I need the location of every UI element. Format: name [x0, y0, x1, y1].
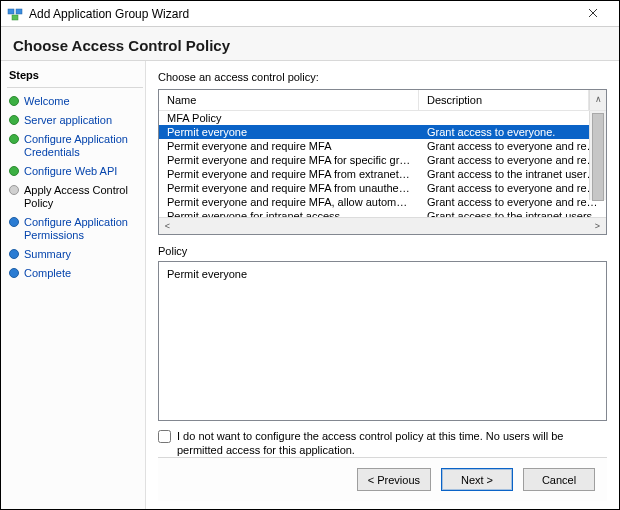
policy-row[interactable]: MFA Policy — [159, 111, 606, 125]
step-bullet-icon — [9, 249, 19, 259]
scroll-left-icon[interactable]: < — [159, 221, 176, 231]
step-label[interactable]: Complete — [24, 267, 71, 280]
policy-name: Permit everyone — [159, 126, 419, 138]
sidebar-step-3[interactable]: Configure Web API — [7, 162, 143, 181]
policy-row[interactable]: Permit everyone and require MFA from ext… — [159, 167, 606, 181]
step-bullet-icon — [9, 166, 19, 176]
window-title: Add Application Group Wizard — [29, 7, 573, 21]
policy-description: Grant access to everyone and require MFA… — [419, 196, 606, 208]
policy-description: Grant access to the intranet users. — [419, 210, 606, 217]
policy-row[interactable]: Permit everyone for intranet accessGrant… — [159, 209, 606, 217]
choose-policy-label: Choose an access control policy: — [158, 71, 607, 83]
sidebar-step-7[interactable]: Complete — [7, 264, 143, 283]
policy-row[interactable]: Permit everyone and require MFAGrant acc… — [159, 139, 606, 153]
opt-out-label[interactable]: I do not want to configure the access co… — [177, 429, 607, 457]
policy-row[interactable]: Permit everyone and require MFA for spec… — [159, 153, 606, 167]
sidebar-step-1[interactable]: Server application — [7, 111, 143, 130]
policy-name: Permit everyone and require MFA — [159, 140, 419, 152]
policy-detail-text: Permit everyone — [167, 268, 247, 280]
opt-out-checkbox[interactable] — [158, 430, 171, 443]
policy-name: Permit everyone and require MFA from ext… — [159, 168, 419, 180]
column-header-description[interactable]: Description — [419, 90, 589, 110]
step-label[interactable]: Summary — [24, 248, 71, 261]
policy-row[interactable]: Permit everyone and require MFA, allow a… — [159, 195, 606, 209]
svg-rect-1 — [16, 9, 22, 14]
previous-button[interactable]: < Previous — [357, 468, 431, 491]
page-title: Choose Access Control Policy — [1, 27, 619, 61]
next-button[interactable]: Next > — [441, 468, 513, 491]
policy-name: Permit everyone for intranet access — [159, 210, 419, 217]
step-label[interactable]: Configure Application Credentials — [24, 133, 141, 159]
sidebar-step-0[interactable]: Welcome — [7, 92, 143, 111]
policy-description: Grant access to everyone and require MFA… — [419, 182, 606, 194]
sidebar-step-5[interactable]: Configure Application Permissions — [7, 213, 143, 245]
horizontal-scrollbar[interactable]: < > — [159, 217, 606, 234]
wizard-footer: < Previous Next > Cancel — [158, 457, 607, 501]
policy-row[interactable]: Permit everyoneGrant access to everyone. — [159, 125, 606, 139]
policy-description: Grant access to the intranet users and r… — [419, 168, 606, 180]
steps-title: Steps — [7, 67, 143, 88]
policy-description: Grant access to everyone. — [419, 126, 606, 138]
policy-detail-box: Permit everyone — [158, 261, 607, 421]
step-bullet-icon — [9, 115, 19, 125]
scroll-thumb[interactable] — [592, 113, 604, 201]
title-bar: Add Application Group Wizard — [1, 1, 619, 27]
svg-rect-2 — [12, 15, 18, 20]
wizard-body: Steps WelcomeServer applicationConfigure… — [1, 61, 619, 509]
policy-section-label: Policy — [158, 245, 607, 257]
cancel-button[interactable]: Cancel — [523, 468, 595, 491]
main-panel: Choose an access control policy: Name De… — [146, 61, 619, 509]
step-bullet-icon — [9, 217, 19, 227]
step-bullet-icon — [9, 134, 19, 144]
scroll-right-icon[interactable]: > — [589, 221, 606, 231]
policy-name: Permit everyone and require MFA for spec… — [159, 154, 419, 166]
policy-list-header: Name Description ∧ — [159, 90, 606, 111]
policy-list[interactable]: Name Description ∧ MFA PolicyPermit ever… — [158, 89, 607, 235]
vertical-scrollbar[interactable] — [589, 111, 606, 200]
svg-rect-0 — [8, 9, 14, 14]
close-icon — [588, 6, 598, 21]
close-button[interactable] — [573, 3, 613, 25]
steps-sidebar: Steps WelcomeServer applicationConfigure… — [1, 61, 146, 509]
sidebar-step-2[interactable]: Configure Application Credentials — [7, 130, 143, 162]
policy-rows: MFA PolicyPermit everyoneGrant access to… — [159, 111, 606, 217]
step-label: Apply Access Control Policy — [24, 184, 141, 210]
step-bullet-icon — [9, 268, 19, 278]
h-scroll-track[interactable] — [176, 218, 589, 234]
step-bullet-icon — [9, 96, 19, 106]
policy-description: Grant access to everyone and require MFA… — [419, 154, 606, 166]
step-label[interactable]: Configure Web API — [24, 165, 117, 178]
column-header-name[interactable]: Name — [159, 90, 419, 110]
policy-name: Permit everyone and require MFA, allow a… — [159, 196, 419, 208]
policy-name: Permit everyone and require MFA from una… — [159, 182, 419, 194]
policy-description: Grant access to everyone and require MFA… — [419, 140, 606, 152]
step-bullet-icon — [9, 185, 19, 195]
opt-out-row: I do not want to configure the access co… — [158, 429, 607, 457]
sidebar-step-6[interactable]: Summary — [7, 245, 143, 264]
step-label[interactable]: Server application — [24, 114, 112, 127]
policy-description — [419, 112, 606, 124]
step-label[interactable]: Welcome — [24, 95, 70, 108]
app-icon — [7, 6, 23, 22]
policy-name: MFA Policy — [159, 112, 419, 124]
sidebar-step-4: Apply Access Control Policy — [7, 181, 143, 213]
step-label[interactable]: Configure Application Permissions — [24, 216, 141, 242]
policy-row[interactable]: Permit everyone and require MFA from una… — [159, 181, 606, 195]
scroll-up-icon[interactable]: ∧ — [589, 90, 606, 110]
